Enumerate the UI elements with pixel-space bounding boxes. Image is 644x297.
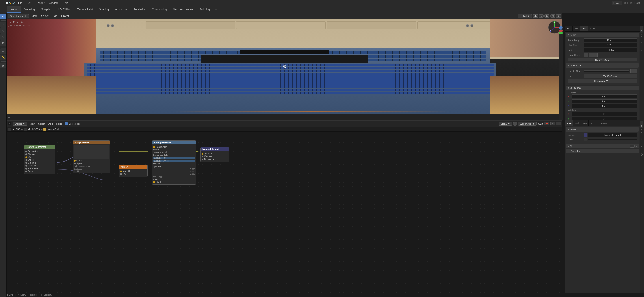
node-options-btn[interactable]: ⚙ — [556, 122, 561, 125]
render-region-btn[interactable]: Render Regi... — [568, 58, 637, 61]
tab-layout[interactable]: Layout — [6, 6, 21, 12]
annotate-tool[interactable]: ✏ — [0, 48, 6, 54]
principled-bsdf-node[interactable]: Principled BSDF Base Color Subsurface Su… — [152, 140, 196, 185]
material-output-node[interactable]: Material Output Surface Volume Displacem… — [200, 147, 229, 162]
clip-start-input[interactable]: 0.01 m — [584, 43, 637, 47]
node-tab-node[interactable]: Node — [565, 120, 574, 126]
tab-animation[interactable]: Animation — [112, 6, 130, 12]
cursor-rx-input[interactable]: 0° — [572, 112, 637, 116]
tab-view[interactable]: View — [580, 25, 588, 31]
node-mode-dropdown[interactable]: Object ▼ — [13, 122, 27, 126]
far-node-tab-options[interactable]: Options — [640, 149, 643, 157]
viewport-3d[interactable]: User Perspective (1) Collection | Arc038 — [6, 19, 562, 114]
rotate-tool[interactable]: ↻ — [0, 28, 6, 34]
color-options-icon[interactable]: ≡ — [636, 145, 637, 147]
node-tab-options[interactable]: Options — [598, 120, 608, 126]
tab-tool[interactable]: Tool — [572, 25, 580, 31]
texture-coordinate-node[interactable]: Texture Coordinate Generated Normal UV O… — [24, 145, 55, 174]
viewport-shading-material[interactable]: ○ — [539, 14, 544, 18]
viewport-gizmo-btn[interactable]: ◎ — [556, 14, 561, 18]
node-pin-btn[interactable]: 📌 — [544, 122, 550, 125]
menu-file[interactable]: File — [16, 0, 24, 6]
tab-sculpting[interactable]: Sculpting — [38, 6, 55, 12]
properties-section-header[interactable]: ▶ Properties — [566, 149, 639, 153]
lock-to-cursor-btn[interactable]: To 3D Cursor — [584, 74, 637, 78]
material-name-dropdown[interactable]: wood#3dd ▼ — [518, 122, 537, 126]
menu-render[interactable]: Render — [34, 0, 46, 6]
local-cam-select[interactable] — [589, 53, 598, 57]
tab-rendering[interactable]: Rendering — [130, 6, 149, 12]
tab-geometry-nodes[interactable]: Geometry Nodes — [170, 6, 196, 12]
tab-modeling[interactable]: Modeling — [21, 6, 38, 12]
far-tab-item[interactable]: Item — [640, 26, 643, 32]
viewport-shading-solid[interactable]: ⬤ — [533, 14, 538, 18]
transform-tool[interactable]: ⊞ — [0, 40, 6, 46]
map4-node[interactable]: Map #4 Map #4 Fac — [119, 165, 148, 177]
viewport-overlay-btn[interactable]: ⊞ — [550, 14, 555, 18]
image-texture-node[interactable]: Image Texture Color Alpha Color Space: s… — [73, 140, 110, 173]
viewport-shading-render[interactable]: ◉ — [544, 14, 550, 18]
add-cube-tool[interactable]: ▣ — [0, 63, 6, 68]
cursor-tool[interactable]: ⊕ — [0, 14, 6, 19]
tab-scripting[interactable]: Scripting — [196, 6, 213, 12]
far-tab-scene[interactable]: Scen — [640, 45, 643, 52]
node-label-input[interactable] — [588, 139, 637, 140]
far-tab-tool[interactable]: Tool — [640, 33, 643, 39]
menu-help[interactable]: Help — [60, 0, 70, 6]
viewport-object-menu[interactable]: Object — [60, 13, 70, 19]
tab-uv-editing[interactable]: UV Editing — [55, 6, 74, 12]
move-tool[interactable]: ↔ — [0, 22, 6, 27]
node-add-menu[interactable]: Add — [47, 121, 54, 127]
render-preview-btn[interactable] — [559, 30, 563, 32]
color-section-header[interactable]: ▶ Color ≡ — [566, 144, 639, 148]
cursor-x-input[interactable]: 0 m — [572, 94, 637, 98]
far-node-tab-node[interactable]: Node — [640, 121, 643, 128]
node-section-header[interactable]: ▼ Node — [566, 127, 639, 132]
far-node-tab-view[interactable]: View — [640, 134, 643, 141]
measure-tool[interactable]: 📏 — [0, 55, 6, 60]
local-cam-toggle[interactable] — [584, 53, 588, 57]
node-node-menu[interactable]: Node — [55, 121, 63, 127]
cursor-3d-header[interactable]: ▼ 3D Cursor — [566, 86, 639, 90]
far-node-tab-group[interactable]: Group — [640, 141, 643, 148]
lock-obj-toggle[interactable] — [630, 69, 637, 73]
view-lock-header[interactable]: ▼ View Lock — [566, 63, 639, 68]
clip-end-input[interactable]: 1000 m — [584, 48, 637, 52]
focal-length-input[interactable]: 20 mm — [584, 38, 637, 42]
use-nodes-toggle[interactable]: Use Nodes — [64, 122, 80, 125]
menu-edit[interactable]: Edit — [24, 0, 34, 6]
far-node-tab-tool[interactable]: Tool — [640, 128, 643, 134]
viewport-select-menu[interactable]: Select — [40, 13, 50, 19]
mode-dropdown[interactable]: Object Mode ▼ — [8, 14, 29, 18]
node-tab-tool[interactable]: Tool — [574, 120, 581, 126]
node-name-input[interactable]: Material Output — [588, 133, 637, 137]
slot-dropdown[interactable]: Slot 1 ▼ — [498, 122, 512, 126]
use-nodes-checkbox[interactable] — [64, 122, 68, 125]
viewport-add-menu[interactable]: Add — [51, 13, 58, 19]
node-close-btn[interactable]: ✕ — [550, 122, 555, 125]
menu-window[interactable]: Window — [46, 0, 60, 6]
color-options-btn[interactable] — [630, 145, 634, 148]
node-tab-group[interactable]: Group — [589, 120, 598, 126]
add-tab-button[interactable]: + — [213, 7, 220, 11]
viewport-view-menu[interactable]: View — [30, 13, 38, 19]
tab-scene[interactable]: Scene — [588, 25, 597, 31]
camera-to-view-btn[interactable]: Camera to Vi... — [568, 79, 637, 83]
node-select-menu[interactable]: Select — [37, 121, 46, 127]
tab-item[interactable]: Item — [565, 25, 572, 31]
scale-tool[interactable]: ⤡ — [0, 34, 6, 40]
lock-to-obj-input[interactable] — [584, 70, 630, 72]
node-canvas[interactable]: Texture Coordinate Generated Normal UV O… — [6, 132, 562, 297]
node-view-menu[interactable]: View — [28, 121, 36, 127]
cursor-z-input[interactable]: 0 m — [572, 104, 637, 108]
far-tab-view[interactable]: View — [640, 39, 643, 45]
tab-shading[interactable]: Shading — [96, 6, 112, 12]
view-mode-btn[interactable] — [559, 26, 563, 29]
global-dropdown[interactable]: Global ▼ — [518, 14, 532, 18]
tab-texture-paint[interactable]: Texture Paint — [74, 6, 96, 12]
tab-compositing[interactable]: Compositing — [149, 6, 170, 12]
view-section-header[interactable]: ▼ View — [566, 32, 639, 37]
material-preview-btn[interactable] — [559, 32, 563, 34]
node-object-icon[interactable]: ○ — [8, 122, 12, 125]
node-tab-view[interactable]: View — [581, 120, 589, 126]
